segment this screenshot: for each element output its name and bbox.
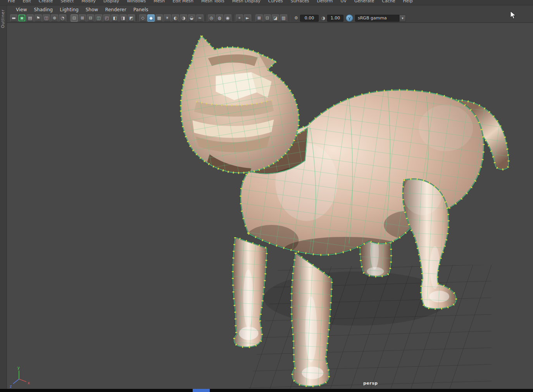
single-pane-layout-icon[interactable]: ⊡ (71, 14, 78, 22)
viewport[interactable]: y x z persp (7, 23, 533, 389)
exposure-icon[interactable]: ⚙ (293, 15, 299, 22)
snapshot-icon[interactable]: ▥ (280, 14, 287, 22)
camera-icon[interactable]: ▤ (26, 14, 34, 22)
ambient-occlusion-icon[interactable]: ◑ (180, 14, 187, 22)
color-management-toggle-icon[interactable]: γ (346, 14, 353, 22)
menu-item[interactable]: Curves (264, 0, 287, 3)
camera-label: persp (363, 381, 378, 386)
bottom-accent-bar (193, 389, 210, 392)
hypershade-persp-layout-icon[interactable]: ◩ (128, 14, 135, 22)
annotate-pencil-icon[interactable]: ◔ (59, 14, 66, 22)
menu-item[interactable]: Mesh Tools (197, 0, 228, 3)
left-panel-strip: Outliner (0, 5, 7, 389)
four-pane-layout-icon[interactable]: ⊞ (79, 14, 86, 22)
toolbar-separator (253, 15, 254, 21)
gamma-icon[interactable]: ◑ (320, 15, 326, 22)
object-select-icon[interactable]: ⌖ (236, 14, 243, 22)
outliner-persp-layout-icon[interactable]: ◧ (111, 14, 119, 22)
textured-mode-icon[interactable]: ▩ (155, 14, 163, 22)
panel-menu-item[interactable]: Renderer (102, 7, 130, 12)
ground-grid (230, 264, 493, 389)
toolbar-separator (137, 15, 137, 21)
toolbar-separator (68, 15, 69, 21)
panel-menu-item[interactable]: View (12, 7, 30, 12)
xray-icon[interactable]: ◍ (216, 14, 223, 22)
panel-menubar: ViewShadingLightingShowRendererPanels (7, 5, 533, 14)
motion-blur-icon[interactable]: ◒ (188, 14, 195, 22)
panel-toolbar: ▬▣▤⚑◫⊕◔ ⊡⊞⊟◫◰◧◨◩ ◇◆▩☀◐◑◒≈ ◎◍◉ ⌖► ⊠⊡◪▥ ⚙ … (7, 14, 533, 23)
menu-item[interactable]: Edit (19, 0, 34, 3)
menu-item[interactable]: Select (57, 0, 78, 3)
menu-item[interactable]: Edit Mesh (169, 0, 197, 3)
frame-all-icon[interactable]: ⊠ (255, 14, 263, 22)
lasso-select-icon[interactable]: ► (244, 14, 251, 22)
menu-item[interactable]: Mesh Display (228, 0, 264, 3)
pan-zoom-icon[interactable]: ⊕ (51, 14, 58, 22)
frame-selection-icon[interactable]: ⊡ (264, 14, 271, 22)
three-pane-layout-icon[interactable]: ◰ (103, 14, 110, 22)
panel-menu-item[interactable]: Panels (130, 7, 152, 12)
toolbar-separator (233, 15, 234, 21)
grease-pencil-icon[interactable]: ▣ (18, 14, 26, 22)
ui-toggle-icon[interactable]: ▬ (10, 14, 17, 22)
all-lights-icon[interactable]: ☀ (164, 14, 171, 22)
colorspace-dropdown[interactable]: sRGB gamma ▾ (355, 15, 406, 22)
shadows-icon[interactable]: ◐ (172, 14, 179, 22)
menu-item[interactable]: Create (35, 0, 57, 3)
isolate-select-icon[interactable]: ◎ (208, 14, 215, 22)
outliner-tab[interactable]: Outliner (1, 9, 5, 28)
axis-z-label: z (10, 384, 12, 389)
cat-model[interactable] (181, 36, 509, 386)
menu-item[interactable]: Deform (313, 0, 336, 3)
two-pane-stacked-layout-icon[interactable]: ⊟ (87, 14, 94, 22)
viewport-canvas[interactable]: y x z (7, 23, 533, 389)
menu-item[interactable]: Windows (123, 0, 150, 3)
bookmark-icon[interactable]: ⚑ (34, 14, 42, 22)
menu-item[interactable]: Generate (350, 0, 378, 3)
panel-menu-item[interactable]: Shading (30, 7, 56, 12)
cat-front-leg-far[interactable] (292, 253, 332, 386)
menu-item[interactable]: Help (399, 0, 417, 3)
axis-x-label: x (28, 381, 30, 385)
image-plane-icon[interactable]: ◫ (43, 14, 50, 22)
toolbar-separator (289, 15, 290, 21)
toolbar-separator (205, 15, 206, 21)
cat-head[interactable] (181, 36, 298, 178)
panel-menu-item[interactable]: Show (82, 7, 102, 12)
menu-item[interactable]: Modify (78, 0, 99, 3)
wireframe-mode-icon[interactable]: ◇ (139, 14, 147, 22)
menu-item[interactable]: Display (100, 0, 123, 3)
menu-item[interactable]: UV (336, 0, 350, 3)
bookmark-view-icon[interactable]: ◪ (272, 14, 279, 22)
chevron-down-icon[interactable]: ▾ (399, 15, 406, 22)
exposure-field[interactable]: 0.00 (300, 15, 319, 22)
menu-item[interactable]: Surfaces (287, 0, 313, 3)
menu-item[interactable]: File (4, 0, 19, 3)
cat-front-leg-near[interactable] (233, 237, 267, 347)
axis-triad: y x z (10, 366, 30, 389)
wireframe-on-shaded-icon[interactable]: ◉ (224, 14, 231, 22)
bottom-bar (0, 389, 533, 392)
shaded-mode-icon[interactable]: ◆ (147, 14, 155, 22)
menu-item[interactable]: Cache (378, 0, 399, 3)
main-menubar: FileEditCreateSelectModifyDisplayWindows… (0, 0, 533, 5)
graph-persp-layout-icon[interactable]: ◨ (119, 14, 127, 22)
gamma-field[interactable]: 1.00 (327, 15, 343, 22)
panel-menu-item[interactable]: Lighting (56, 7, 82, 12)
anti-aliasing-icon[interactable]: ≈ (196, 14, 204, 22)
colorspace-value: sRGB gamma (355, 15, 399, 22)
two-pane-side-layout-icon[interactable]: ◫ (95, 14, 102, 22)
menu-item[interactable]: Mesh (150, 0, 169, 3)
axis-y-label: y (17, 366, 20, 370)
